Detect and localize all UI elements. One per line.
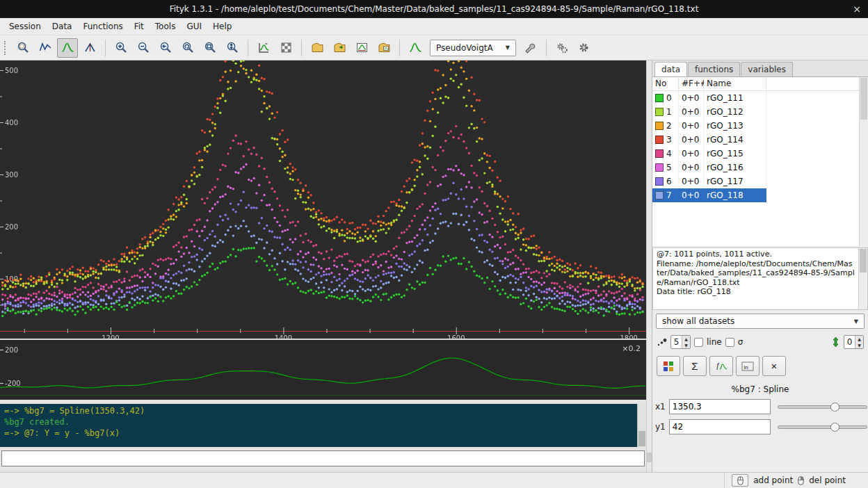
menu-tools[interactable]: Tools <box>150 19 182 33</box>
save-image-button[interactable] <box>351 38 372 58</box>
sum-icon: Σ <box>691 360 698 372</box>
toolbar-separator <box>248 40 248 56</box>
dataset-row[interactable]: 3 0+0 rGO_114 <box>652 133 868 147</box>
dataset-row[interactable]: 0 0+0 rGO_111 <box>652 91 868 105</box>
zoom-vertical-button[interactable] <box>222 38 243 58</box>
function-label: %bg7 : Spline <box>652 384 868 394</box>
show-datasets-dropdown[interactable]: show all datasets ▼ <box>656 314 865 329</box>
spin-up-icon[interactable]: ▲ <box>682 336 690 342</box>
toolbar-grip[interactable] <box>4 41 8 55</box>
dataset-table-scroll-thumb[interactable] <box>860 78 867 120</box>
run-fit-button[interactable] <box>552 38 572 58</box>
background-checker-button[interactable] <box>275 38 296 58</box>
dataset-row[interactable]: 1 0+0 rGO_112 <box>652 105 868 119</box>
command-input[interactable] <box>1 450 645 466</box>
plot-functions-button[interactable]: ƒ <box>709 356 733 376</box>
plot-scroll-thumb[interactable] <box>647 453 652 462</box>
console-scroll-thumb[interactable] <box>638 431 645 446</box>
shift-spinner[interactable]: 0 ▲▼ <box>844 335 864 349</box>
sidebar-tabs: data functions variables <box>652 60 868 76</box>
spinner-steps[interactable]: ▲▼ <box>682 336 690 348</box>
dataset-color-swatch[interactable] <box>655 163 664 172</box>
main-plot-canvas[interactable] <box>0 60 646 339</box>
dataset-table-scrollbar[interactable] <box>859 77 868 246</box>
dataset-name: rGO_112 <box>704 105 766 119</box>
add-peak-mode-button[interactable] <box>57 38 78 58</box>
fit-options-button[interactable] <box>574 38 595 58</box>
param-x1-slider[interactable] <box>778 400 867 414</box>
add-function-button[interactable] <box>405 38 426 58</box>
param-x1-input[interactable] <box>669 399 771 414</box>
dataset-rows: 0 0+0 rGO_111 1 0+0 rGO_112 2 0+0 rGO_11… <box>652 91 868 202</box>
zoom-previous-button[interactable] <box>155 38 176 58</box>
tab-variables[interactable]: variables <box>741 62 793 76</box>
zoom-all-button[interactable] <box>200 38 220 58</box>
spinner-steps[interactable]: ▲▼ <box>855 336 863 348</box>
color-grid-button[interactable] <box>657 356 680 376</box>
dataset-row[interactable]: 2 0+0 rGO_113 <box>652 119 868 133</box>
show-datasets-value: show all datasets <box>662 316 854 326</box>
dataset-color-swatch[interactable] <box>655 122 664 130</box>
param-y1-input[interactable] <box>669 419 771 434</box>
zoom-in-button[interactable] <box>111 38 131 58</box>
menu-gui[interactable]: GUI <box>181 19 207 33</box>
line-checkbox[interactable] <box>694 338 703 347</box>
dataset-row[interactable]: 6 0+0 rGO_117 <box>652 174 868 188</box>
dataset-row[interactable]: 5 0+0 rGO_116 <box>652 161 868 174</box>
param-y1-slider[interactable] <box>778 420 867 434</box>
info-scroll-thumb[interactable] <box>860 249 867 273</box>
spin-up-icon[interactable]: ▲ <box>855 336 863 342</box>
plot-sum-button[interactable]: Σ <box>683 356 707 376</box>
save-session-button[interactable] <box>373 38 394 58</box>
dataset-color-swatch[interactable] <box>655 149 664 158</box>
dataset-color-swatch[interactable] <box>655 136 664 144</box>
dataset-number: 6 <box>666 175 672 188</box>
close-panel-button[interactable]: × <box>762 356 786 376</box>
plot-scrollbar[interactable] <box>646 60 652 472</box>
dataset-func-count: 0+0 <box>679 161 704 174</box>
menu-session[interactable]: Session <box>3 19 47 33</box>
dataset-color-swatch[interactable] <box>655 177 664 186</box>
menu-fit[interactable]: Fit <box>129 19 150 33</box>
log-scale-button[interactable]: ln <box>736 356 760 376</box>
baseline-handling-button[interactable]: = <box>253 38 274 58</box>
column-header-empty <box>766 77 868 91</box>
open-file-button[interactable] <box>307 38 328 58</box>
tab-functions[interactable]: functions <box>688 62 740 76</box>
zoom-undo-button[interactable] <box>177 38 198 58</box>
zoom-out-button[interactable] <box>133 38 154 58</box>
tab-data[interactable]: data <box>654 62 687 76</box>
dataset-color-swatch[interactable] <box>655 108 664 116</box>
aux-plot-canvas[interactable] <box>0 340 646 400</box>
chevron-down-icon: ▼ <box>506 44 510 51</box>
menu-data[interactable]: Data <box>47 19 78 33</box>
dataset-func-count: 0+0 <box>679 91 704 105</box>
settings-wrench-button[interactable] <box>520 38 541 58</box>
spin-down-icon[interactable]: ▼ <box>682 342 690 348</box>
menu-help[interactable]: Help <box>207 19 237 33</box>
export-data-button[interactable] <box>329 38 350 58</box>
zoom-mode-button[interactable] <box>13 38 33 58</box>
command-row <box>0 449 646 467</box>
dataset-func-count: 0+0 <box>679 174 704 188</box>
function-type-dropdown[interactable]: PseudoVoigtA ▼ <box>430 40 516 56</box>
add-linear-mode-button[interactable] <box>79 38 100 58</box>
title-bar: Fityk 1.3.1 - /home/aleplo/test/Document… <box>0 0 868 18</box>
mouse-hint-group: add point del point <box>724 473 846 488</box>
dataset-row[interactable]: 7 0+0 rGO_118 <box>652 188 868 202</box>
menu-functions[interactable]: Functions <box>77 19 128 33</box>
dataset-row[interactable]: 4 0+0 rGO_115 <box>652 147 868 161</box>
mouse-hint-button[interactable] <box>732 474 748 487</box>
dataset-name: rGO_115 <box>704 147 766 161</box>
dataset-color-swatch[interactable] <box>655 191 664 200</box>
sigma-checkbox[interactable] <box>725 338 734 347</box>
shift-value: 0 <box>844 336 855 348</box>
console-scrollbar[interactable] <box>637 404 646 447</box>
info-scrollbar[interactable] <box>858 248 867 309</box>
dataset-number: 5 <box>666 161 672 174</box>
close-icon[interactable]: × <box>853 0 861 18</box>
dataset-color-swatch[interactable] <box>655 94 664 102</box>
spin-down-icon[interactable]: ▼ <box>855 342 863 348</box>
data-range-mode-button[interactable] <box>35 38 56 58</box>
point-size-spinner[interactable]: 5 ▲▼ <box>670 335 691 349</box>
